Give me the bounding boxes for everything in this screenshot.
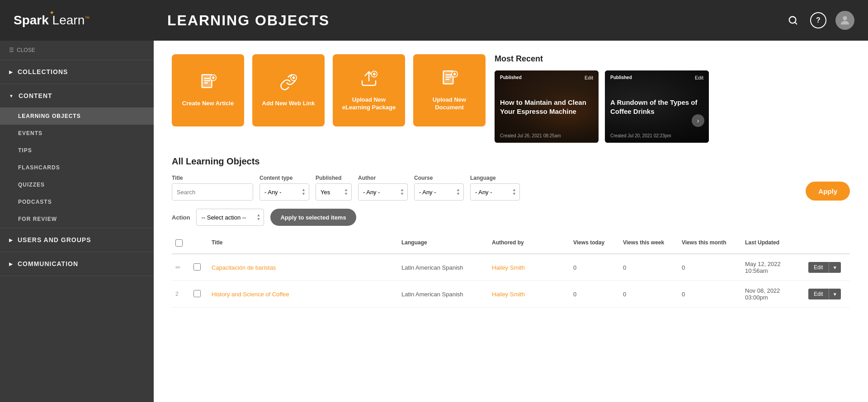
action-cards: Create New Article — [172, 54, 486, 126]
hamburger-icon: ☰ — [9, 47, 14, 53]
card1-title-wrap: How to Maintain and Clean Your Espresso … — [500, 98, 593, 116]
action-select[interactable]: -- Select action -- — [196, 209, 264, 226]
card2-status: Published — [610, 75, 632, 80]
row1-checkbox[interactable] — [193, 263, 201, 271]
select-all-checkbox[interactable] — [175, 239, 183, 247]
sidebar-item-events[interactable]: EVENTS — [0, 125, 154, 142]
card1-status: Published — [500, 75, 522, 80]
card2-bottom: Created Jul 20, 2021 02:23pm — [610, 133, 703, 138]
collections-arrow: ▶ — [9, 70, 13, 75]
top-row: Create New Article — [172, 54, 850, 143]
card1-bottom: Created Jul 26, 2021 08:25am — [500, 133, 593, 138]
card1-created-label: Created — [500, 133, 516, 138]
sidebar-item-for-review[interactable]: FOR REVIEW — [0, 210, 154, 228]
row2-edit-button[interactable]: Edit — [808, 289, 829, 299]
sidebar-item-quizzes[interactable]: QUIZZES — [0, 176, 154, 193]
row1-last-updated: May 12, 2022 10:56am — [741, 259, 805, 276]
sidebar-item-learning-objects[interactable]: LEARNING OBJECTS — [0, 108, 154, 125]
content-arrow: ▼ — [9, 93, 14, 98]
table: Title Language Authored by Views today V… — [172, 234, 850, 308]
card2-created-date: Jul 20, 2021 02:23pm — [627, 133, 671, 138]
row1-authored-by[interactable]: Hailey Smith — [488, 262, 570, 273]
th-views-week: Views this week — [619, 238, 678, 250]
content-type-select[interactable]: - Any - — [259, 183, 309, 201]
apply-button[interactable]: Apply — [806, 182, 850, 201]
sidebar-item-tips[interactable]: TIPS — [0, 142, 154, 159]
published-select[interactable]: Yes No - Any - — [316, 183, 352, 201]
row2-title[interactable]: History and Science of Coffee — [208, 289, 398, 299]
communication-header[interactable]: ▶ COMMUNICATION — [0, 252, 154, 276]
card1-title: How to Maintain and Clean Your Espresso … — [500, 98, 593, 116]
filter-language-group: Language - Any - ▲▼ — [470, 175, 520, 201]
avatar[interactable] — [835, 11, 854, 30]
content-items: LEARNING OBJECTS EVENTS TIPS FLASHCARDS … — [0, 108, 154, 228]
author-select[interactable]: - Any - — [358, 183, 408, 201]
logo-spark-text: Spark — [14, 13, 49, 27]
th-num — [190, 238, 208, 250]
upload-document-card[interactable]: Upload New Document — [413, 54, 486, 126]
page-title: LEARNING OBJECTS — [167, 12, 785, 29]
filter-content-type-group: Content type - Any - ▲▼ — [259, 175, 309, 201]
th-views-today: Views today — [570, 238, 619, 250]
sidebar-section-content: ▼ CONTENT LEARNING OBJECTS EVENTS TIPS F… — [0, 84, 154, 228]
upload-elearning-card[interactable]: Upload New eLearning Package — [333, 54, 405, 126]
card1-overlay: Published Edit How to Maintain and Clean… — [495, 70, 599, 143]
row1-title[interactable]: Capacitación de baristas — [208, 262, 398, 273]
row2-edit-dropdown[interactable]: ▼ — [829, 289, 841, 299]
search-icon[interactable] — [785, 12, 801, 28]
create-article-card[interactable]: Create New Article — [172, 54, 244, 126]
upload-document-label: Upload New Document — [420, 96, 479, 112]
filter-course-label: Course — [414, 175, 464, 181]
action-label: Action — [172, 214, 190, 221]
th-views-month: Views this month — [678, 238, 741, 250]
logo-learn-text: Learn™ — [52, 13, 90, 27]
card2-arrow-icon[interactable]: › — [692, 114, 704, 127]
sidebar-close-button[interactable]: ☰ CLOSE — [0, 41, 154, 60]
filter-author-label: Author — [358, 175, 408, 181]
card1-top: Published Edit — [500, 75, 593, 80]
card1-created-date: Jul 26, 2021 08:25am — [517, 133, 561, 138]
sidebar-section-collections: ▶ COLLECTIONS — [0, 60, 154, 84]
table-header: Title Language Authored by Views today V… — [172, 234, 850, 254]
sidebar-item-podcasts[interactable]: PODCASTS — [0, 193, 154, 210]
title-search-input[interactable] — [172, 183, 253, 201]
content-type-select-wrap: - Any - ▲▼ — [259, 183, 309, 201]
collections-header[interactable]: ▶ COLLECTIONS — [0, 60, 154, 84]
row1-edit-dropdown[interactable]: ▼ — [829, 262, 841, 273]
add-weblink-card[interactable]: Add New Web Link — [252, 54, 325, 126]
language-select[interactable]: - Any - — [470, 183, 520, 201]
card1-edit[interactable]: Edit — [585, 75, 593, 80]
help-icon[interactable]: ? — [810, 12, 826, 28]
th-actions — [805, 238, 850, 250]
row1-edit-button[interactable]: Edit — [808, 262, 829, 273]
row2-checkbox[interactable] — [193, 290, 201, 297]
row1-language: Latin American Spanish — [398, 262, 488, 273]
upload-document-icon — [440, 70, 458, 92]
th-authored-by: Authored by — [488, 238, 570, 250]
course-select[interactable]: - Any - — [414, 183, 464, 201]
filter-published-group: Published Yes No - Any - ▲▼ — [316, 175, 352, 201]
filter-language-label: Language — [470, 175, 520, 181]
content-header[interactable]: ▼ CONTENT — [0, 84, 154, 108]
action-row: Action -- Select action -- ▲▼ Apply to s… — [172, 209, 850, 226]
main-layout: ☰ CLOSE ▶ COLLECTIONS ▼ CONTENT LEARNING… — [0, 41, 868, 402]
sidebar: ☰ CLOSE ▶ COLLECTIONS ▼ CONTENT LEARNING… — [0, 41, 154, 402]
row1-pencil-icon: ✏ — [175, 264, 181, 271]
users-groups-label: USERS AND GROUPS — [18, 236, 91, 243]
sidebar-item-flashcards[interactable]: FLASHCARDS — [0, 159, 154, 176]
published-select-wrap: Yes No - Any - ▲▼ — [316, 183, 352, 201]
row1-edit-cell: Edit ▼ — [805, 260, 850, 275]
row2-edit-wrap: Edit ▼ — [808, 289, 846, 299]
users-groups-header[interactable]: ▶ USERS AND GROUPS — [0, 228, 154, 252]
content-area: Create New Article — [154, 41, 868, 402]
th-language: Language — [398, 238, 488, 250]
content-label: CONTENT — [19, 92, 52, 99]
upload-elearning-icon — [360, 70, 378, 92]
recent-card-2[interactable]: Published Edit A Rundown of the Types of… — [605, 70, 709, 143]
recent-card-1[interactable]: Published Edit How to Maintain and Clean… — [495, 70, 599, 143]
row2-authored-by[interactable]: Hailey Smith — [488, 289, 570, 299]
apply-selected-button[interactable]: Apply to selected items — [270, 209, 356, 226]
action-cards-section: Create New Article — [172, 54, 486, 140]
card2-edit[interactable]: Edit — [695, 75, 703, 80]
all-objects-title: All Learning Objects — [172, 156, 850, 167]
